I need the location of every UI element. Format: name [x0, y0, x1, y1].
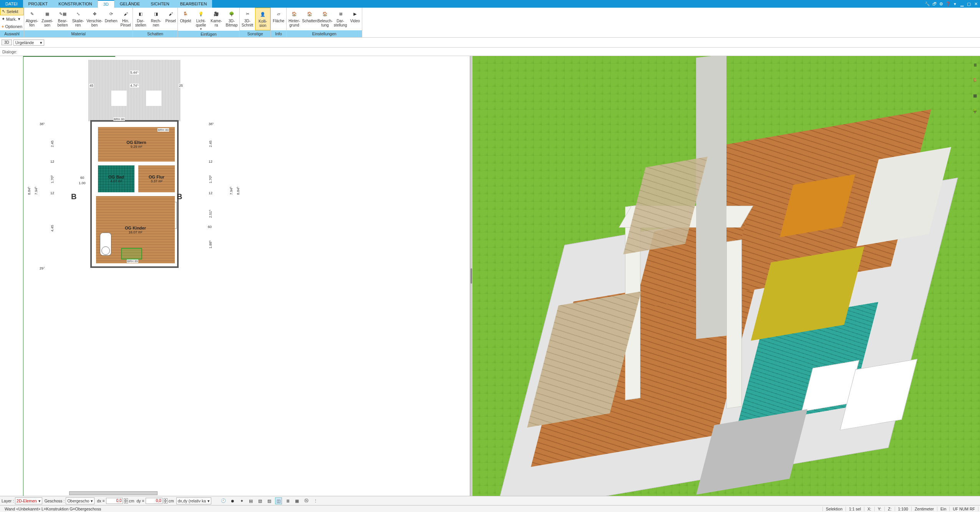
dim: 1.70⁵	[208, 175, 213, 183]
status-unit: Zentimeter	[912, 507, 937, 511]
maximize-icon[interactable]: ▢	[966, 1, 972, 7]
group-title: Schatten	[133, 30, 177, 37]
label: Video	[350, 19, 360, 23]
btn-pinsel[interactable]: 🖌Pinsel	[164, 8, 177, 30]
btn-lichtquelle[interactable]: 💡Licht-quelle▾	[193, 8, 209, 31]
settings-icon[interactable]: ⚙	[939, 1, 944, 7]
list-icon[interactable]: ≣	[284, 497, 291, 504]
group-material: ✎Abgrei-fen ▦Zuwei-sen ✎▦Bear-beiten ⤡Sk…	[24, 8, 133, 37]
palette-icon[interactable]: ▦	[971, 91, 979, 100]
btn-3dschnitt[interactable]: ✂3D-Schnitt	[240, 8, 255, 30]
secondary-bar: 3D Urgelände▾	[0, 38, 980, 48]
tab-konstruktion[interactable]: KONSTRUKTION	[53, 0, 97, 8]
btn-kollision[interactable]: 👤Kolli-sion	[255, 8, 270, 30]
tab-datei[interactable]: DATEI	[0, 0, 23, 8]
room-eltern-area: 9.29 m²	[131, 145, 143, 149]
btn-kamera[interactable]: 🎥Kame-ra	[209, 8, 224, 31]
btn-darstellung[interactable]: 🖥Dar-stellung	[333, 8, 348, 30]
dx-spinner[interactable]: ▴▾	[124, 498, 128, 504]
minimize-icon[interactable]: ▁	[959, 1, 965, 7]
close-icon[interactable]: ✕	[973, 1, 978, 7]
dim: 38⁵	[208, 122, 214, 126]
btn-verschieben[interactable]: ✥Verschie-ben	[86, 8, 103, 30]
dim: 4.45	[50, 225, 55, 232]
tab-bearbeiten[interactable]: BEARBEITEN	[175, 0, 212, 8]
btn-3dbitmap[interactable]: 🌳3D-Bitmap	[224, 8, 239, 31]
chevron-down-icon: ▾	[200, 27, 202, 31]
btn-video[interactable]: ▶Video	[348, 8, 362, 30]
optionen-button[interactable]: + Optionen	[0, 23, 24, 31]
tool-icon[interactable]: 🔧	[925, 1, 930, 7]
plus-icon: +	[2, 24, 4, 29]
cube-calc-icon: ◨	[151, 9, 161, 18]
hatch2-icon[interactable]: ▨	[266, 497, 273, 504]
btn-drehen[interactable]: ⟳Drehen	[103, 8, 119, 30]
bulb-icon: 💡	[196, 9, 206, 18]
dim: 7.94⁵	[229, 187, 234, 195]
dx-label: dx =	[97, 499, 104, 503]
mode-combo[interactable]: dx,dy (relativ ka▾	[176, 497, 212, 504]
dim: 8.84⁵	[236, 187, 240, 195]
cursor-icon: ↖	[2, 9, 5, 14]
btn-darstellen[interactable]: ◧Dar-stellen	[133, 8, 148, 30]
btn-hintergrund[interactable]: 🏠Hinter-grund	[287, 8, 302, 30]
selected-object[interactable]	[121, 248, 142, 259]
dy-spinner[interactable]: ▴▾	[164, 498, 167, 504]
btn-beleuchtung[interactable]: 🏠Beleuch-tung	[317, 8, 333, 30]
label: Bear-beiten	[57, 19, 68, 27]
selekt-label: Selekt	[7, 9, 18, 14]
hatch1-icon[interactable]: ▧	[257, 497, 264, 504]
assign-icon: ▦	[43, 9, 52, 18]
label: Abgrei-fen	[26, 19, 38, 27]
stack-icon[interactable]: ▤	[247, 497, 254, 504]
status-ufnum: UF NUM RF	[950, 507, 978, 511]
room-kinder-area: 16.07 m²	[129, 230, 143, 234]
layers-icon[interactable]: ≣	[971, 61, 979, 69]
house-bg-icon: 🏠	[290, 9, 299, 18]
btn-skalieren[interactable]: ⤡Skalie-ren	[70, 8, 86, 30]
window-icon[interactable]: 🗗	[932, 1, 937, 7]
dropdown-icon[interactable]: ▾	[952, 1, 958, 7]
mark-button[interactable]: ✦ Mark. ▾	[0, 15, 24, 23]
terrain-combo[interactable]: Urgelände▾	[13, 40, 44, 46]
tree-tool-icon[interactable]: 🌳	[971, 107, 979, 115]
dy-input[interactable]	[146, 498, 163, 504]
layer-combo[interactable]: 2D-Elemen▾	[15, 497, 42, 504]
play-icon: ▶	[350, 9, 360, 18]
star-icon[interactable]: ✦	[238, 497, 245, 504]
btn-flaeche[interactable]: ▱Fläche	[271, 8, 286, 30]
pane-2d[interactable]: OG Eltern 9.29 m² OG Bad 4.07 m² OG Flur…	[0, 56, 470, 496]
status-selratio: 1:1 sel	[846, 507, 864, 511]
btn-rechnen[interactable]: ◨Rech-nen	[148, 8, 164, 30]
tab-projekt[interactable]: PROJEKT	[23, 0, 53, 8]
record-icon[interactable]: ⏺	[229, 497, 236, 504]
tab-gelaende[interactable]: GELÄNDE	[114, 0, 146, 8]
dx-input[interactable]	[106, 498, 123, 504]
tab-3d[interactable]: 3D	[98, 0, 114, 8]
eyedropper-icon: ✎	[27, 9, 36, 18]
room-eltern-label: OG Eltern	[126, 140, 146, 145]
btn-hinpinsel[interactable]: 🖌Hin.Pinsel	[119, 8, 133, 30]
popup-icon[interactable]: ⋮	[312, 497, 319, 504]
cube-view-icon[interactable]: ◫	[275, 497, 282, 504]
pane-3d[interactable]: ≣ 🪑 ▦ 🌳	[473, 56, 980, 496]
btn-bearbeiten[interactable]: ✎▦Bear-beiten	[55, 8, 70, 30]
north-icon[interactable]: Ⓝ	[303, 497, 310, 504]
tab-sichten[interactable]: SICHTEN	[145, 0, 174, 8]
chevron-down-icon: ▾	[40, 40, 42, 45]
help-icon[interactable]: ❓	[945, 1, 951, 7]
label: Pinsel	[165, 19, 176, 23]
house-shadow-icon: 🏠	[305, 9, 314, 18]
geschoss-combo[interactable]: Obergescho▾	[66, 497, 95, 504]
furniture-icon[interactable]: 🪑	[971, 76, 979, 84]
group-title: Sonstige	[240, 30, 270, 37]
btn-schatten2[interactable]: 🏠Schatten	[302, 8, 317, 30]
btn-objekt[interactable]: 🪑Objekt	[178, 8, 193, 31]
btn-zuweisen[interactable]: ▦Zuwei-sen	[40, 8, 55, 30]
selekt-button[interactable]: ↖ Selekt	[0, 8, 24, 15]
horizontal-scrollbar[interactable]	[69, 491, 158, 495]
btn-abgreifen[interactable]: ✎Abgrei-fen	[24, 8, 40, 30]
chevron-down-icon: ▾	[38, 499, 41, 503]
grid-icon[interactable]: ▦	[294, 497, 300, 504]
clock-icon[interactable]: 🕘	[220, 497, 227, 504]
